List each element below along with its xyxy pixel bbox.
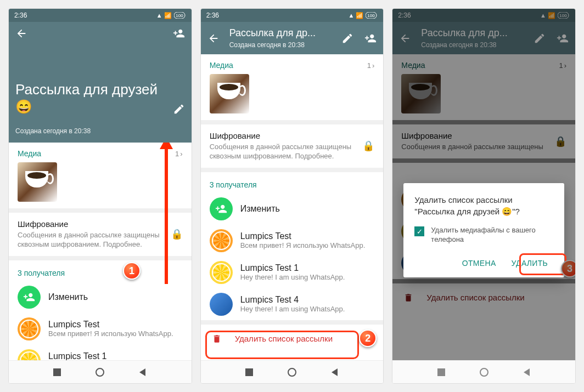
contact-name: Lumpics Test 4 (240, 295, 375, 305)
media-section[interactable]: Медиа 1 › (201, 54, 384, 124)
edit-avatar-icon (210, 197, 233, 220)
broadcast-title: Рассылка для друзей (15, 81, 158, 98)
nav-bar (201, 360, 384, 383)
person-add-icon (173, 27, 185, 39)
status-bar: 2:36 ▲ 📶 100 (9, 9, 192, 22)
delete-confirm-dialog: Удалить список рассылки "Рассылка для др… (403, 183, 564, 277)
emoji-icon: 😄 (15, 99, 32, 114)
edit-recipients-row[interactable]: Изменить (9, 281, 192, 313)
pencil-icon (534, 32, 546, 44)
media-thumbnail[interactable] (210, 74, 249, 113)
edit-title-button[interactable] (341, 32, 353, 44)
edit-label: Изменить (48, 292, 183, 302)
back-button (399, 32, 411, 44)
nav-home-button[interactable] (95, 367, 105, 377)
pencil-icon (341, 32, 353, 44)
contact-status: Всем привет! Я использую WhatsApp. (48, 329, 183, 338)
contact-row[interactable]: Lumpics Test 1Hey there! I am using What… (201, 257, 384, 288)
edit-title-button[interactable] (173, 103, 185, 115)
media-label: Медиа (18, 149, 41, 158)
contact-name: Lumpics Test 1 (48, 351, 183, 360)
nav-home-button[interactable] (287, 367, 297, 377)
confirm-delete-button[interactable]: УДАЛИТЬ (506, 254, 553, 272)
nav-home-button[interactable] (479, 367, 489, 377)
created-label: Создана сегодня в 20:38 (15, 127, 91, 135)
delete-broadcast-button[interactable]: Удалить список рассылки (201, 320, 384, 353)
app-header: Рассылка для друзей 😄 Создана сегодня в … (9, 22, 192, 143)
broadcast-title: Рассылка для др... (421, 27, 507, 39)
contact-row[interactable]: Lumpics Test 1 Hey there! I am using Wha… (9, 345, 192, 360)
contact-name: Lumpics Test (48, 320, 183, 329)
created-label: Создана сегодня в 20:38 (229, 41, 305, 49)
status-icons: ▲ 📶 100 (540, 12, 570, 19)
add-person-button[interactable] (364, 32, 377, 44)
battery-icon: 100 (366, 12, 378, 19)
svg-text:100: 100 (368, 13, 375, 18)
trash-icon (212, 333, 222, 344)
encryption-section[interactable]: Шифрование Сообщения в данной рассылке з… (9, 213, 192, 260)
content-area: Медиа 1 › Шифрование Сообщения в данной … (9, 143, 192, 360)
phone-screen-2: 2:36 ▲ 📶 100 Рассылка для др... Создана … (200, 8, 384, 384)
media-thumbnail[interactable] (18, 162, 57, 202)
battery-icon: 100 (558, 12, 570, 19)
svg-text:100: 100 (176, 13, 183, 18)
contact-row[interactable]: Lumpics Test 4Hey there! I am using What… (201, 288, 384, 320)
svg-point-5 (96, 368, 104, 376)
arrow-left-icon (15, 27, 27, 39)
arrow-left-icon (207, 32, 220, 44)
add-person-button (557, 32, 569, 44)
recipients-header: 3 получателя (18, 269, 65, 277)
edit-recipients-row[interactable]: Изменить (201, 193, 384, 225)
lock-icon: 🔒 (171, 228, 183, 240)
edit-title-button (534, 32, 546, 44)
broadcast-title: Рассылка для др... (229, 27, 316, 39)
nav-recent-button[interactable] (436, 367, 446, 377)
battery-icon: 100 (174, 12, 186, 19)
back-button[interactable] (15, 27, 27, 39)
svg-rect-14 (437, 368, 445, 376)
svg-marker-16 (524, 368, 530, 376)
check-icon: ✓ (414, 226, 424, 236)
app-header: Рассылка для др... Создана сегодня в 20:… (201, 22, 384, 54)
contact-row[interactable]: Lumpics TestВсем привет! Я использую Wha… (201, 225, 384, 257)
contact-name: Lumpics Test 1 (240, 263, 375, 273)
person-add-icon (215, 203, 227, 215)
media-count: 1 › (367, 61, 375, 70)
contact-row[interactable]: Lumpics Test Всем привет! Я использую Wh… (9, 313, 192, 345)
avatar-icon (18, 317, 41, 340)
status-icons: ▲ 📶 100 (156, 12, 186, 19)
status-icons: ▲ 📶 100 (348, 12, 378, 19)
app-header: Рассылка для др... Создана сегодня в 20:… (392, 22, 575, 54)
nav-back-button[interactable] (330, 367, 340, 377)
cancel-button[interactable]: ОТМЕНА (457, 254, 502, 272)
checkbox-label: Удалить медиафайлы с вашего телефона (431, 226, 553, 245)
delete-media-checkbox[interactable]: ✓ Удалить медиафайлы с вашего телефона (414, 226, 553, 245)
avatar-icon (210, 229, 233, 252)
media-section[interactable]: Медиа 1 › (9, 143, 192, 213)
content-area: Медиа 1 › Шифрование Сообщения в данной … (201, 54, 384, 360)
nav-back-button[interactable] (138, 367, 148, 377)
nav-bar (392, 360, 575, 383)
phone-screen-3: 2:36 ▲ 📶 100 Рассылка для др... Создана … (392, 8, 576, 384)
nav-recent-button[interactable] (244, 367, 254, 377)
created-label: Создана сегодня в 20:38 (421, 41, 496, 49)
edit-label: Изменить (240, 204, 375, 214)
wifi-icon: ▲ 📶 (156, 12, 172, 19)
svg-point-10 (288, 368, 296, 376)
content-area: Медиа 1 › Шифрование Сообщения в данной … (392, 54, 575, 360)
contact-status: Hey there! I am using WhatsApp. (240, 305, 375, 313)
nav-back-button[interactable] (522, 367, 532, 377)
svg-text:100: 100 (559, 13, 567, 18)
avatar-icon (18, 349, 41, 360)
svg-rect-9 (245, 368, 253, 376)
dialog-title: Удалить список рассылки "Рассылка для др… (414, 194, 553, 217)
status-time: 2:36 (14, 12, 27, 19)
add-person-button[interactable] (173, 27, 185, 39)
encryption-section[interactable]: Шифрование Сообщения в данной рассылке з… (201, 124, 384, 172)
nav-recent-button[interactable] (52, 367, 62, 377)
delete-label: Удалить список рассылки (235, 334, 333, 343)
status-bar: 2:36 ▲ 📶 100 (392, 9, 575, 22)
contact-status: Hey there! I am using WhatsApp. (240, 273, 375, 281)
back-button[interactable] (207, 32, 220, 44)
status-time: 2:36 (206, 12, 219, 19)
